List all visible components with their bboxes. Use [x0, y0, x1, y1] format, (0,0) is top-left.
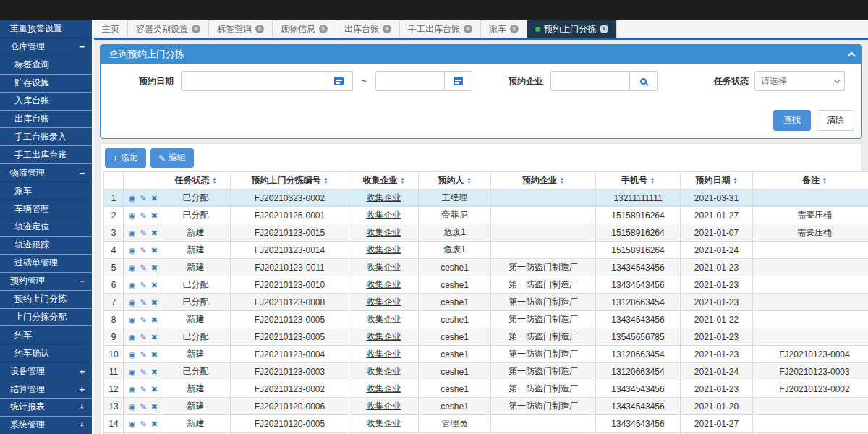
column-header[interactable]: 预约企业▲▼ [491, 172, 596, 190]
sidebar-item[interactable]: 车辆管理 [0, 200, 92, 218]
delete-icon[interactable]: ✖ [151, 385, 158, 393]
sort-icon[interactable]: ▲▼ [467, 177, 472, 184]
view-icon[interactable]: ◉ [129, 281, 136, 289]
tab-item[interactable]: 标签查询× [209, 20, 273, 38]
date-to-input[interactable] [375, 71, 445, 91]
edit-icon[interactable]: ✎ [140, 298, 147, 307]
column-header[interactable]: 预约日期▲▼ [681, 172, 753, 190]
collector-link[interactable]: 收集企业 [367, 262, 401, 272]
sidebar-item[interactable]: 统计报表+ [0, 399, 92, 417]
view-icon[interactable]: ◉ [129, 194, 136, 203]
sort-icon[interactable]: ▲▼ [324, 177, 328, 184]
search-button[interactable]: 查找 [773, 110, 811, 131]
collector-link[interactable]: 收集企业 [367, 244, 401, 255]
view-icon[interactable]: ◉ [129, 367, 136, 376]
view-icon[interactable]: ◉ [129, 246, 136, 255]
edit-icon[interactable]: ✎ [140, 402, 147, 411]
delete-icon[interactable]: ✖ [151, 281, 158, 289]
expand-icon[interactable]: + [79, 401, 85, 412]
collector-link[interactable]: 收集企业 [367, 279, 401, 289]
edit-icon[interactable]: ✎ [140, 367, 147, 376]
sidebar-item[interactable]: 预约管理− [0, 273, 92, 291]
tab-item[interactable]: 出库台账× [336, 20, 400, 38]
tab-close-icon[interactable]: × [600, 25, 608, 33]
table-row[interactable]: 3◉✎✖新建FJ20210123-0015收集企业危废1151589162642… [104, 224, 868, 242]
column-header[interactable]: 手机号▲▼ [596, 172, 681, 190]
edit-icon[interactable]: ✎ [140, 246, 147, 255]
edit-icon[interactable]: ✎ [140, 420, 147, 428]
collector-link[interactable]: 收集企业 [367, 210, 401, 220]
sidebar-item[interactable]: 入库台账 [0, 93, 92, 111]
tab-active[interactable]: 预约上门分拣× [527, 20, 617, 38]
table-row[interactable]: 13◉✎✖新建FJ20210120-0006收集企业ceshe1第一防盗门制造厂… [104, 398, 868, 415]
sort-icon[interactable]: ▲▼ [822, 177, 827, 184]
edit-icon[interactable]: ✎ [140, 263, 147, 272]
status-select[interactable]: 请选择 [754, 71, 845, 91]
delete-icon[interactable]: ✖ [151, 402, 158, 411]
view-icon[interactable]: ◉ [129, 385, 136, 393]
column-header[interactable]: 任务状态▲▼ [161, 172, 231, 190]
tab-close-icon[interactable]: × [255, 25, 264, 33]
sidebar-item[interactable]: 轨迹定位 [0, 218, 92, 237]
sidebar-item[interactable]: 重量预警设置 [0, 20, 92, 38]
table-row[interactable]: 10◉✎✖新建FJ20210123-0004收集企业ceshe1第一防盗门制造厂… [104, 346, 868, 363]
table-row[interactable]: 4◉✎✖新建FJ20210123-0014收集企业危废1151589162642… [104, 242, 868, 259]
tab-close-icon[interactable]: × [319, 25, 328, 33]
edit-icon[interactable]: ✎ [140, 229, 147, 237]
edit-icon[interactable]: ✎ [140, 350, 147, 359]
edit-icon[interactable]: ✎ [140, 315, 147, 324]
date-from-input[interactable] [181, 71, 326, 91]
collector-link[interactable]: 收集企业 [367, 418, 401, 428]
sidebar-item[interactable]: 轨迹跟踪 [0, 237, 92, 255]
company-search-button[interactable] [630, 71, 658, 91]
view-icon[interactable]: ◉ [129, 211, 136, 220]
sidebar-item[interactable]: 预约上门分拣 [0, 291, 92, 309]
collapse-panel-icon[interactable] [847, 51, 855, 59]
sidebar-item[interactable]: 系统管理+ [0, 417, 92, 434]
tab-item[interactable]: 容器类别设置× [128, 20, 209, 38]
table-row[interactable]: 1◉✎✖已分配FJ20210323-0002收集企业王经理13211111111… [104, 190, 868, 207]
view-icon[interactable]: ◉ [129, 298, 136, 307]
sidebar-item[interactable]: 过磅单管理 [0, 255, 92, 273]
sidebar-item[interactable]: 仓库管理− [0, 38, 92, 56]
view-icon[interactable]: ◉ [129, 420, 136, 428]
tab-item[interactable]: 主页 [94, 20, 128, 38]
delete-icon[interactable]: ✖ [151, 263, 158, 272]
sidebar-item[interactable]: 派车 [0, 182, 92, 200]
edit-button[interactable]: ✎ 编辑 [150, 148, 194, 168]
edit-icon[interactable]: ✎ [140, 194, 147, 203]
collapse-icon[interactable]: − [79, 168, 85, 179]
collector-link[interactable]: 收集企业 [367, 331, 401, 341]
sort-icon[interactable]: ▲▼ [733, 177, 738, 184]
tab-item[interactable]: 手工出库台账× [400, 20, 481, 38]
expand-icon[interactable]: + [79, 366, 85, 377]
collector-link[interactable]: 收集企业 [367, 227, 401, 237]
table-row[interactable]: 12◉✎✖新建FJ20210123-0002收集企业ceshe1第一防盗门制造厂… [104, 380, 868, 398]
table-row[interactable]: 7◉✎✖已分配FJ20210123-0008收集企业ceshe1第一防盗门制造厂… [104, 294, 868, 311]
collector-link[interactable]: 收集企业 [367, 314, 401, 324]
sidebar-item[interactable]: 结算管理+ [0, 380, 92, 399]
edit-icon[interactable]: ✎ [140, 211, 147, 220]
sidebar-item[interactable]: 约车 [0, 326, 92, 344]
collector-link[interactable]: 收集企业 [367, 383, 401, 393]
view-icon[interactable]: ◉ [129, 263, 136, 272]
expand-icon[interactable]: + [79, 384, 85, 395]
edit-icon[interactable]: ✎ [140, 385, 147, 393]
sidebar-item[interactable]: 手工台账录入 [0, 128, 92, 146]
table-row[interactable]: 11◉✎✖已分配FJ20210123-0003收集企业ceshe1第一防盗门制造… [104, 363, 868, 380]
table-row[interactable]: 6◉✎✖已分配FJ20210123-0010收集企业ceshe1第一防盗门制造厂… [104, 276, 868, 294]
delete-icon[interactable]: ✖ [151, 333, 158, 341]
table-row[interactable]: 8◉✎✖新建FJ20210123-0005收集企业ceshe1第一防盗门制造厂1… [104, 311, 868, 328]
delete-icon[interactable]: ✖ [151, 194, 158, 203]
company-input[interactable] [550, 71, 630, 91]
table-row[interactable]: 14◉✎✖新建FJ20210120-0005收集企业管理员13434543456… [104, 415, 868, 433]
view-icon[interactable]: ◉ [129, 229, 136, 237]
collapse-icon[interactable]: − [79, 276, 85, 286]
collector-link[interactable]: 收集企业 [367, 192, 401, 203]
sidebar-item[interactable]: 标签查询 [0, 56, 92, 75]
search-panel-header[interactable]: 查询预约上门分拣 [101, 45, 861, 64]
date-to-calendar-button[interactable] [445, 71, 472, 91]
add-button[interactable]: + 添加 [105, 148, 146, 168]
column-header[interactable]: 备注▲▼ [753, 172, 868, 190]
tab-close-icon[interactable]: × [510, 25, 519, 33]
